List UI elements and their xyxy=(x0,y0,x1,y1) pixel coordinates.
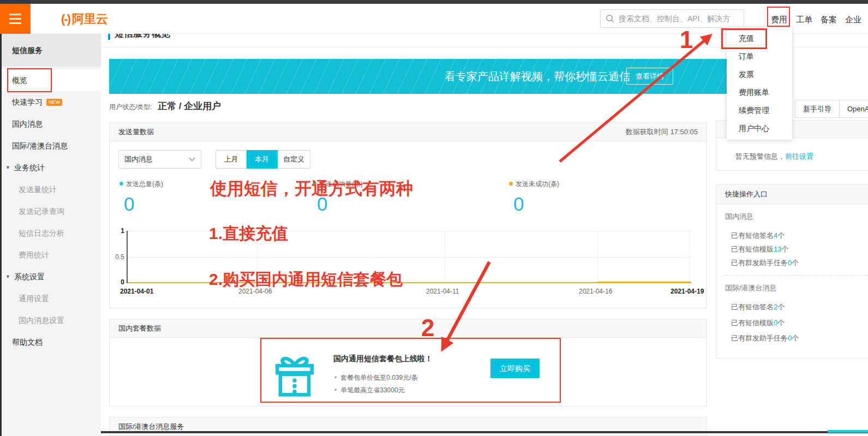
window-left-edge xyxy=(0,34,2,436)
aliyun-logo-text: 阿里云 xyxy=(72,12,108,26)
user-status-value: 正常 / 企业用户 xyxy=(158,101,221,111)
tab-last-month[interactable]: 上月 xyxy=(215,150,247,169)
sidebar-group-system-settings[interactable]: ▼系统设置 xyxy=(0,266,101,288)
annotation-step2-note: 2.购买国内通用短信套餐包 xyxy=(209,268,403,291)
annotation-digit-2: 2 xyxy=(421,314,434,342)
menu-item-bills[interactable]: 费用账单 xyxy=(727,83,792,101)
sidebar-item-sms-log-analysis[interactable]: 短信日志分析 xyxy=(0,222,101,244)
sidebar-item-intl-msg[interactable]: 国际/港澳台消息 xyxy=(0,135,101,157)
menu-item-renewal[interactable]: 续费管理 xyxy=(727,101,792,120)
x-tick: 2021-04-01 xyxy=(120,288,153,295)
quick-link-batch-tasks[interactable]: 已有群发助手任务0个 xyxy=(731,258,799,268)
aliyun-logo[interactable]: (-)阿里云 xyxy=(61,11,108,27)
buy-now-button[interactable]: 立即购买 xyxy=(490,359,540,378)
promo-bullet: 套餐包单价低至0.039元/条 xyxy=(334,373,418,383)
quick-link-signatures[interactable]: 已有短信签名4个 xyxy=(731,231,785,241)
stat-total-sent: 发送总量(条) 0 xyxy=(119,180,163,215)
x-tick: 2021-04-19 xyxy=(671,288,704,295)
legend-dot-orange xyxy=(509,182,513,186)
tab-this-month[interactable]: 本月 xyxy=(247,150,278,169)
search-icon xyxy=(606,14,614,23)
sidebar-item-domestic-msg[interactable]: 国内消息 xyxy=(0,113,101,135)
data-fetch-time: 数据获取时间 17:50:05 xyxy=(626,127,698,137)
quick-actions-card: 快捷操作入口 国内消息 已有短信签名4个 已有短信模版13个 已有群发助手任务0… xyxy=(716,184,868,359)
legend-dot-cyan xyxy=(119,182,123,186)
quick-section-domestic: 国内消息 xyxy=(725,212,753,222)
series-line-failed xyxy=(597,282,691,283)
menu-item-user-center[interactable]: 用户中心 xyxy=(727,120,792,138)
clipped-cyan-element xyxy=(828,430,868,433)
quick-link-templates-intl[interactable]: 已有短信模版0个 xyxy=(731,318,785,328)
sidebar-item-send-record-query[interactable]: 发送记录查询 xyxy=(0,200,101,222)
x-tick: 2021-04-16 xyxy=(579,288,612,295)
quick-link-signatures-intl[interactable]: 已有短信签名2个 xyxy=(731,302,785,312)
quick-link-batch-tasks-intl[interactable]: 已有群发助手任务0个 xyxy=(731,333,799,343)
window-bottom-edge xyxy=(101,431,868,433)
hamburger-icon xyxy=(9,14,21,15)
channel-select[interactable]: 国内消息 xyxy=(118,150,201,169)
quick-actions-title: 快捷操作入口 xyxy=(725,189,768,199)
user-status: 用户状态/类型: 正常 / 企业用户 xyxy=(109,100,221,112)
gridline xyxy=(597,231,598,283)
menu-item-orders[interactable]: 订单 xyxy=(727,47,792,65)
openapi-button[interactable]: OpenA xyxy=(840,100,868,118)
alert-message: 暂无预警信息，前往设置 xyxy=(735,152,813,162)
aliyun-logo-mark: (-) xyxy=(61,12,70,26)
quick-section-intl: 国际/港澳台消息 xyxy=(725,283,777,293)
gridline xyxy=(689,231,690,283)
menu-item-recharge[interactable]: 充值 xyxy=(727,29,792,47)
package-panel-title: 国内套餐数据 xyxy=(118,324,161,333)
tab-custom[interactable]: 自定义 xyxy=(278,150,310,169)
gridline xyxy=(128,257,691,258)
search-input-field[interactable] xyxy=(619,14,739,23)
domestic-package-panel: 国内套餐数据 国内通用短信套餐包上线啦！ 套餐包单价低至0.039元/条 单笔最… xyxy=(109,319,707,407)
nav-icp[interactable]: 备案 xyxy=(821,15,837,25)
nav-tickets[interactable]: 工单 xyxy=(796,15,812,25)
sidebar-item-quick-learn[interactable]: 快速学习NEW xyxy=(0,91,101,113)
caret-down-icon: ▼ xyxy=(5,165,10,170)
gift-icon xyxy=(272,351,318,397)
send-volume-panel: 发送量数据 数据获取时间 17:50:05 国内消息 上月 本月 自定义 发送总… xyxy=(109,122,707,308)
stat-failed-sent: 发送未成功(条) 0 xyxy=(509,180,559,215)
menu-item-invoice[interactable]: 发票 xyxy=(727,65,792,83)
sidebar-item-domestic-msg-settings[interactable]: 国内消息设置 xyxy=(0,309,101,331)
y-tick: 1 xyxy=(110,227,124,235)
promo-banner: 看专家产品详解视频，帮你秒懂云通信 查看详情 xyxy=(109,59,780,94)
sidebar-item-overview[interactable]: 概览 xyxy=(0,69,101,91)
chevron-down-icon xyxy=(189,157,195,162)
dashed-divider xyxy=(724,275,868,276)
search-input[interactable] xyxy=(600,9,744,28)
user-status-label: 用户状态/类型: xyxy=(109,103,152,111)
stat-total-sent-value: 0 xyxy=(124,193,163,215)
annotation-digit-1: 1 xyxy=(680,26,693,53)
nav-billing[interactable]: 费用 xyxy=(771,15,787,25)
new-badge: NEW xyxy=(46,99,62,106)
sidebar-item-general-settings[interactable]: 通用设置 xyxy=(0,288,101,309)
newbie-guide-button[interactable]: 新手引导 xyxy=(795,100,840,118)
sidebar-item-cost-stats[interactable]: 费用统计 xyxy=(0,244,101,266)
sidebar: 短信服务 概览 快速学习NEW 国内消息 国际/港澳台消息 ▼业务统计 发送量统… xyxy=(0,34,101,436)
annotation-step1-note: 1.直接充值 xyxy=(209,223,288,245)
nav-enterprise[interactable]: 企业 xyxy=(845,15,861,25)
y-tick: 0 xyxy=(110,278,124,286)
quick-link-templates[interactable]: 已有短信模版13个 xyxy=(731,244,788,254)
caret-down-icon: ▼ xyxy=(5,274,10,279)
billing-dropdown-menu: 充值 订单 发票 费用账单 续费管理 用户中心 xyxy=(727,27,792,140)
sidebar-item-help-docs[interactable]: 帮助文档 xyxy=(0,331,101,353)
sidebar-title: 短信服务 xyxy=(0,34,101,67)
header-button-group: 新手引导 OpenA xyxy=(795,100,868,118)
annotation-main-note: 使用短信，开通方式有两种 xyxy=(210,177,413,200)
sidebar-item-send-volume-stats[interactable]: 发送量统计 xyxy=(0,178,101,200)
sidebar-group-business-stats[interactable]: ▼业务统计 xyxy=(0,157,101,178)
stat-failed-sent-value: 0 xyxy=(513,193,559,215)
period-tabs: 上月 本月 自定义 xyxy=(215,150,310,169)
hamburger-menu-button[interactable] xyxy=(0,4,31,34)
window-top-edge xyxy=(0,0,868,4)
promo-bullet: 单笔最高立省33000元 xyxy=(334,386,405,395)
intl-panel-title: 国际/港澳台消息服务 xyxy=(118,422,184,432)
gridline xyxy=(445,231,445,283)
alert-settings-link[interactable]: 前往设置 xyxy=(785,152,813,160)
banner-text: 看专家产品详解视频，帮你秒懂云通信 xyxy=(445,69,630,84)
banner-detail-button[interactable]: 查看详情 xyxy=(626,68,673,85)
y-tick: 0.5 xyxy=(110,253,124,261)
